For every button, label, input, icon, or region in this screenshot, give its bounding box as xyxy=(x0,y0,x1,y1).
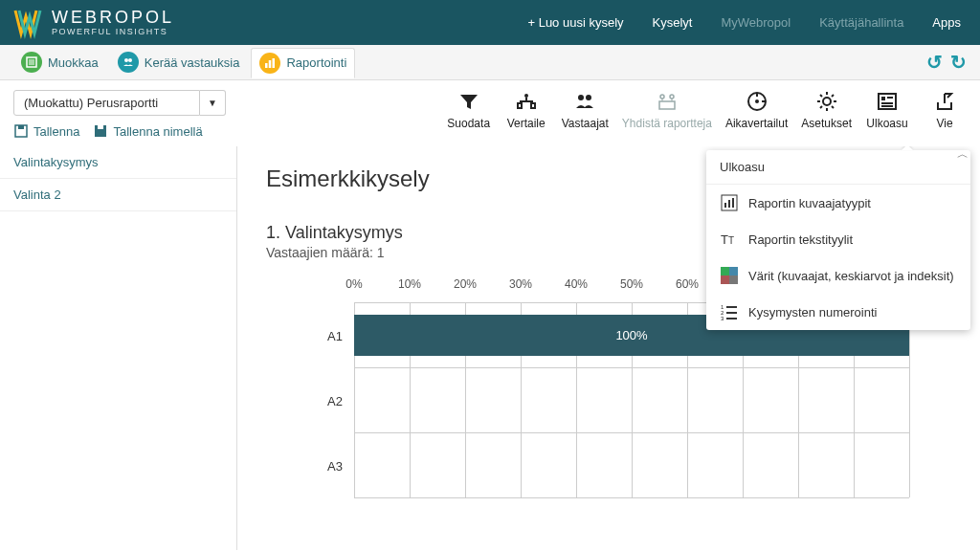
appearance-popover: ︿ Ulkoasu Raportin kuvaajatyypit TT Rapo… xyxy=(706,150,970,330)
nav-useradmin[interactable]: Käyttäjähallinta xyxy=(819,15,903,30)
svg-text:3: 3 xyxy=(721,316,724,320)
save-label: Tallenna xyxy=(33,124,79,139)
chart-row: A2 xyxy=(354,368,909,433)
sidebar-item-q1[interactable]: Valintakysymys xyxy=(0,146,236,179)
nav-new-survey[interactable]: + Luo uusi kysely xyxy=(527,15,623,30)
tool-time[interactable]: Aikavertailut xyxy=(725,90,788,130)
colors-icon xyxy=(720,266,739,285)
svg-rect-46 xyxy=(728,200,730,208)
edit-icon xyxy=(21,52,42,73)
tool-compare[interactable]: Vertaile xyxy=(504,90,548,130)
svg-line-37 xyxy=(832,95,834,97)
question-sidebar: Valintakysymys Valinta 2 xyxy=(0,146,237,550)
chart-x-tick: 0% xyxy=(345,277,362,291)
chart-x-tick: 30% xyxy=(509,277,532,291)
popover-colors[interactable]: Värit (kuvaajat, keskiarvot ja indeksit) xyxy=(706,257,970,294)
tool-settings[interactable]: Asetukset xyxy=(801,90,852,130)
tab-report[interactable]: Raportointi xyxy=(251,48,355,78)
collect-icon xyxy=(118,52,139,73)
nav-apps[interactable]: Apps xyxy=(932,15,961,30)
merge-icon xyxy=(656,90,679,113)
undo-button[interactable]: ↺ xyxy=(926,51,943,74)
popover-text-styles[interactable]: TT Raportin tekstityylit xyxy=(706,221,970,257)
popover-numbering[interactable]: 123 Kysymysten numerointi xyxy=(706,294,970,330)
svg-text:T: T xyxy=(721,232,728,247)
report-dropdown-caret[interactable]: ▼ xyxy=(200,90,226,116)
tool-export[interactable]: Vie xyxy=(923,90,967,130)
numbering-icon: 123 xyxy=(720,302,739,321)
sidebar-item-q2[interactable]: Valinta 2 xyxy=(0,179,236,211)
svg-rect-10 xyxy=(18,125,24,129)
popover-caret-icon xyxy=(902,146,913,150)
top-bar: WEBROPOL POWERFUL INSIGHTS + Luo uusi ky… xyxy=(0,0,980,45)
save-as-button[interactable]: Tallenna nimellä xyxy=(93,123,202,139)
svg-rect-22 xyxy=(659,101,675,109)
nav-mywebropol[interactable]: MyWebropol xyxy=(721,15,791,30)
filter-icon xyxy=(457,90,480,113)
svg-line-36 xyxy=(820,106,822,108)
svg-rect-12 xyxy=(98,125,103,129)
brand-name: WEBROPOL xyxy=(52,9,174,26)
respondents-icon xyxy=(573,90,596,113)
report-toolbar: Suodata Vertaile Vastaajat Yhdistä rapor… xyxy=(447,90,967,130)
compare-icon xyxy=(515,90,538,113)
tool-filter[interactable]: Suodata xyxy=(447,90,491,130)
nav-surveys[interactable]: Kyselyt xyxy=(653,15,693,30)
svg-rect-6 xyxy=(265,63,268,68)
svg-point-21 xyxy=(670,95,674,99)
chart-row: A3 xyxy=(354,433,909,498)
tool-respondents[interactable]: Vastaajat xyxy=(562,90,609,130)
workspace: Valintakysymys Valinta 2 Esimerkkikysely… xyxy=(0,146,980,550)
svg-text:T: T xyxy=(728,235,734,246)
tab-collect[interactable]: Kerää vastauksia xyxy=(110,48,248,77)
report-icon xyxy=(259,53,280,74)
svg-rect-40 xyxy=(887,97,893,99)
report-dropdown[interactable]: (Muokattu) Perusraportti ▼ xyxy=(13,90,226,116)
brand-logo: WEBROPOL POWERFUL INSIGHTS xyxy=(13,7,174,39)
appearance-icon xyxy=(876,90,899,113)
chart-types-icon xyxy=(720,193,739,212)
svg-rect-8 xyxy=(273,58,276,68)
svg-point-29 xyxy=(823,98,831,105)
tab-edit[interactable]: Muokkaa xyxy=(13,48,106,77)
popover-scroll-up-icon[interactable]: ︿ xyxy=(957,146,969,163)
save-as-icon xyxy=(93,123,108,139)
time-icon xyxy=(746,90,768,113)
gear-icon xyxy=(815,90,838,113)
svg-rect-52 xyxy=(721,276,729,284)
brand-tagline: POWERFUL INSIGHTS xyxy=(52,28,174,36)
chart-x-tick: 40% xyxy=(565,277,588,291)
svg-rect-42 xyxy=(881,105,893,107)
export-icon xyxy=(933,90,956,113)
save-icon xyxy=(13,123,29,139)
svg-point-4 xyxy=(124,58,128,62)
redo-button[interactable]: ↻ xyxy=(950,51,967,74)
svg-point-18 xyxy=(578,95,584,100)
report-dropdown-label[interactable]: (Muokattu) Perusraportti xyxy=(13,90,200,116)
chart-row-label: A3 xyxy=(304,458,343,473)
tool-appearance[interactable]: Ulkoasu xyxy=(865,90,909,130)
svg-point-13 xyxy=(524,94,528,98)
sub-bar: (Muokattu) Perusraportti ▼ Tallenna Tall… xyxy=(0,80,980,146)
svg-rect-41 xyxy=(881,102,893,104)
svg-rect-51 xyxy=(729,267,738,276)
tab-bar: Muokkaa Kerää vastauksia Raportointi ↺ ↻ xyxy=(0,45,980,80)
svg-rect-17 xyxy=(531,103,535,108)
svg-rect-39 xyxy=(881,97,885,100)
svg-point-26 xyxy=(755,99,759,103)
tool-merge[interactable]: Yhdistä raportteja xyxy=(622,90,712,130)
popover-chart-types[interactable]: Raportin kuvaajatyypit xyxy=(706,185,970,221)
tab-report-label: Raportointi xyxy=(286,55,346,70)
svg-point-5 xyxy=(128,58,132,62)
logo-mark-icon xyxy=(13,7,46,39)
chart-plot: A1100%A2A3 xyxy=(354,302,909,497)
svg-rect-7 xyxy=(269,60,272,68)
save-button[interactable]: Tallenna xyxy=(13,123,79,139)
chart-x-tick: 60% xyxy=(676,277,699,291)
svg-line-34 xyxy=(820,95,822,97)
svg-point-20 xyxy=(660,95,664,99)
chart-x-tick: 20% xyxy=(454,277,477,291)
save-as-label: Tallenna nimellä xyxy=(113,124,202,139)
svg-rect-50 xyxy=(721,267,729,276)
svg-point-19 xyxy=(586,95,591,100)
